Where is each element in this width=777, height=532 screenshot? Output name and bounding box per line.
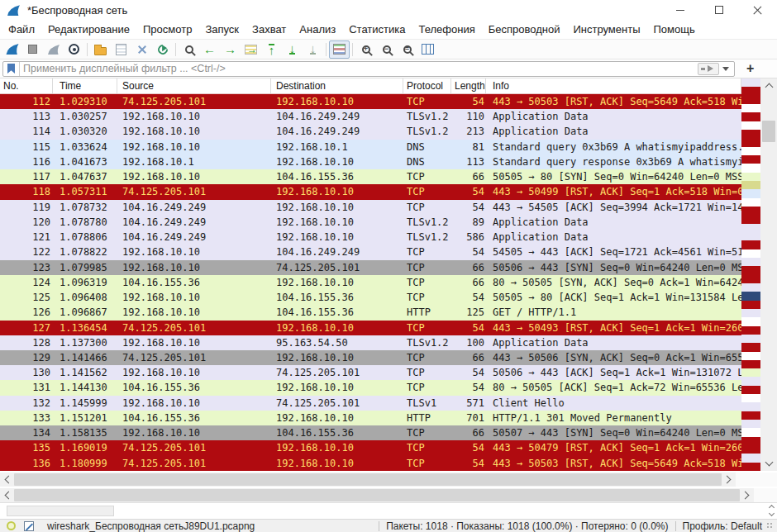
cell-no: 129 [0, 350, 53, 365]
cell-info: Application Data [486, 335, 741, 350]
menu-item-analyze[interactable]: Анализ [293, 21, 342, 38]
auto-scroll-button[interactable]: ↓ [303, 40, 323, 59]
capture-comment-icon[interactable] [24, 521, 34, 531]
packet-minimap[interactable] [741, 78, 760, 471]
column-header-time[interactable]: Time [53, 78, 117, 93]
menu-item-telephony[interactable]: Телефония [412, 21, 481, 38]
start-capture-button[interactable] [2, 40, 22, 59]
minimap-stripe [741, 275, 760, 283]
horizontal-scroll-thumb[interactable] [14, 473, 722, 486]
zoom-out-button[interactable]: − [376, 40, 397, 59]
go-forward-button[interactable]: → [220, 40, 241, 59]
packet-list: No.TimeSourceDestinationProtocolLengthIn… [0, 78, 741, 471]
colorize-packets-button[interactable] [329, 40, 350, 59]
packet-row[interactable]: 1151.033624192.168.10.10192.168.10.1DNS8… [0, 140, 741, 154]
packet-row[interactable]: 1211.078806104.16.249.249192.168.10.10TL… [0, 230, 741, 245]
packet-row[interactable]: 1331.151201104.16.155.36192.168.10.10HTT… [0, 411, 741, 425]
cell-destination: 192.168.10.1 [271, 140, 403, 154]
packet-row[interactable]: 1231.079985192.168.10.1074.125.205.101TC… [0, 260, 741, 275]
scroll-up-button[interactable] [760, 78, 777, 93]
filter-dropdown-caret-icon[interactable] [722, 67, 729, 74]
minimap-stripe [741, 309, 760, 317]
close-file-button[interactable] [131, 40, 152, 59]
packet-row[interactable]: 1351.16901974.125.205.101192.168.10.10TC… [0, 440, 741, 455]
capture-options-button[interactable] [64, 40, 84, 59]
profile-status[interactable]: Профиль: Default [683, 520, 763, 532]
column-header-no[interactable]: No. [0, 78, 53, 93]
menu-item-help[interactable]: Помощь [647, 21, 702, 38]
cell-length: 66 [451, 350, 486, 365]
resize-grip-icon[interactable] [767, 523, 774, 530]
zoom-original-button[interactable]: = [397, 40, 417, 59]
open-file-button[interactable] [90, 40, 111, 59]
restart-capture-button[interactable] [43, 40, 64, 59]
horizontal-scrollbar-list[interactable] [0, 473, 736, 487]
stop-capture-button[interactable] [22, 40, 43, 59]
scroll-down-button[interactable] [760, 457, 777, 471]
scroll-right-button[interactable] [722, 473, 736, 487]
reload-file-button[interactable] [152, 40, 173, 59]
menu-item-view[interactable]: Просмотр [136, 21, 198, 38]
column-header-length[interactable]: Length [451, 78, 486, 93]
packet-row[interactable]: 1251.096408192.168.10.10104.16.155.36TCP… [0, 290, 741, 305]
packet-row[interactable]: 1361.18099974.125.205.101192.168.10.10TC… [0, 456, 741, 471]
zoom-in-button[interactable]: + [355, 40, 376, 59]
packet-row[interactable]: 1191.078732104.16.249.249192.168.10.10TC… [0, 200, 741, 215]
packet-row[interactable]: 1281.137300192.168.10.1095.163.54.50TLSv… [0, 335, 741, 350]
menu-item-wireless[interactable]: Беспроводной [482, 21, 567, 38]
packet-row[interactable]: 1291.14146674.125.205.101192.168.10.10TC… [0, 350, 741, 365]
tiny-scrollbar[interactable] [770, 504, 774, 515]
scroll-right-button[interactable] [740, 488, 754, 502]
packet-row[interactable]: 1121.02931074.125.205.101192.168.10.10TC… [0, 94, 741, 109]
packet-row[interactable]: 1131.030257192.168.10.10104.16.249.249TL… [0, 109, 741, 124]
horizontal-scrollbar-details[interactable] [0, 488, 754, 502]
add-filter-button[interactable]: + [746, 62, 754, 75]
go-back-button[interactable]: ← [199, 40, 220, 59]
packet-row[interactable]: 1261.096867192.168.10.10104.16.155.36HTT… [0, 305, 741, 320]
menu-item-tools[interactable]: Инструменты [566, 21, 646, 38]
packet-row[interactable]: 1321.145999192.168.10.1074.125.205.101TL… [0, 396, 741, 411]
scroll-left-button[interactable] [0, 473, 14, 487]
menu-item-go[interactable]: Запуск [198, 21, 245, 38]
resize-columns-button[interactable] [417, 40, 438, 59]
display-filter-input[interactable] [20, 63, 698, 75]
packet-row[interactable]: 1171.047637192.168.10.10104.16.155.36TCP… [0, 169, 741, 184]
minimize-button[interactable] [660, 0, 699, 20]
go-last-packet-button[interactable]: ↓ [282, 40, 303, 59]
close-button[interactable] [738, 0, 777, 20]
filter-bookmark-button[interactable] [3, 62, 20, 76]
go-first-packet-button[interactable]: ↑ [261, 40, 282, 59]
maximize-button[interactable] [699, 0, 738, 20]
cell-info: Application Data [486, 124, 741, 139]
packet-row[interactable]: 1301.141562192.168.10.1074.125.205.101TC… [0, 365, 741, 380]
menu-item-capture[interactable]: Захват [245, 21, 293, 38]
vertical-scroll-thumb[interactable] [762, 121, 775, 142]
horizontal-scroll-thumb[interactable] [14, 489, 740, 501]
packet-row[interactable]: 1221.078822192.168.10.10104.16.249.249TC… [0, 245, 741, 259]
column-header-destination[interactable]: Destination [271, 78, 403, 93]
scroll-left-button[interactable] [0, 488, 14, 502]
packet-row[interactable]: 1341.158135192.168.10.10104.16.155.36TCP… [0, 425, 741, 440]
capture-filename: wireshark_Беспроводная сетьJ89DU1.pcapng [47, 520, 255, 532]
close-icon [753, 6, 762, 15]
cell-length: 54 [451, 200, 486, 215]
menu-item-edit[interactable]: Редактирование [41, 21, 136, 38]
column-header-info[interactable]: Info [486, 78, 741, 93]
menu-item-file[interactable]: Файл [2, 21, 41, 38]
packet-row[interactable]: 1161.041673192.168.10.1192.168.10.10DNS1… [0, 154, 741, 169]
expert-info-icon[interactable] [7, 521, 16, 530]
packet-row[interactable]: 1311.144130104.16.155.36192.168.10.10TCP… [0, 380, 741, 395]
packet-row[interactable]: 1271.13645474.125.205.101192.168.10.10TC… [0, 321, 741, 335]
menu-item-statistics[interactable]: Статистика [342, 21, 412, 38]
save-file-button[interactable] [111, 40, 131, 59]
column-header-source[interactable]: Source [117, 78, 271, 93]
packet-row[interactable]: 1141.030320192.168.10.10104.16.249.249TL… [0, 124, 741, 139]
packet-row[interactable]: 1201.078780104.16.249.249192.168.10.10TL… [0, 215, 741, 230]
packet-row[interactable]: 1241.096319104.16.155.36192.168.10.10TCP… [0, 275, 741, 290]
packet-row[interactable]: 1181.05731174.125.205.101192.168.10.10TC… [0, 184, 741, 199]
go-to-packet-button[interactable] [241, 40, 261, 59]
find-packet-button[interactable] [179, 40, 199, 59]
column-header-protocol[interactable]: Protocol [403, 78, 451, 93]
apply-filter-button[interactable] [698, 63, 719, 75]
vertical-scrollbar[interactable] [760, 78, 777, 471]
